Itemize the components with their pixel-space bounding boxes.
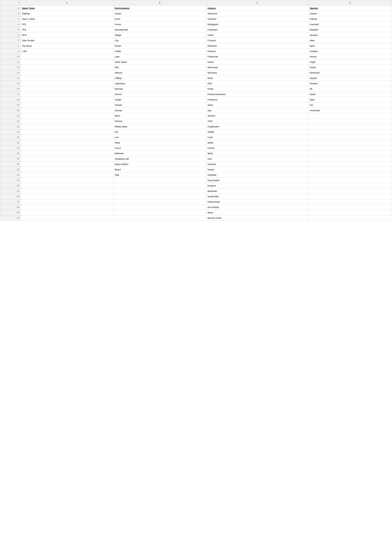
cell-a31[interactable] (21, 167, 113, 172)
cell-a40[interactable] (21, 215, 113, 221)
row-number[interactable]: 35 (0, 189, 21, 194)
cell-d34[interactable] (308, 183, 392, 189)
cell-b1[interactable]: Environments (113, 6, 206, 11)
row-number[interactable]: 19 (0, 102, 21, 108)
cell-b38[interactable] (113, 204, 206, 210)
cell-b32[interactable]: Ship (113, 172, 206, 178)
cell-c9[interactable]: Fireman (206, 49, 308, 54)
cell-c18[interactable]: Priest/nun (206, 97, 308, 102)
cell-d16[interactable]: Elf (308, 86, 392, 92)
cell-a27[interactable] (21, 145, 113, 151)
col-header-a[interactable]: A (21, 0, 113, 6)
cell-a10[interactable] (21, 54, 113, 59)
cell-d15[interactable]: Android (308, 81, 392, 86)
cell-a14[interactable] (21, 75, 113, 81)
cell-a4[interactable]: FPS (21, 22, 113, 27)
cell-b37[interactable] (113, 199, 206, 204)
cell-d9[interactable]: Undead (308, 49, 392, 54)
cell-c32[interactable]: Herbalist (206, 172, 308, 178)
cell-a23[interactable] (21, 124, 113, 129)
row-number[interactable]: 6 (0, 32, 21, 38)
cell-b20[interactable]: Swamp (113, 108, 206, 113)
row-number[interactable]: 7 (0, 38, 21, 43)
cell-c27[interactable]: Farmer (206, 145, 308, 151)
cell-a36[interactable] (21, 194, 113, 199)
row-number[interactable]: 4 (0, 22, 21, 27)
cell-a13[interactable] (21, 70, 113, 75)
cell-c7[interactable]: Criminal (206, 38, 308, 43)
cell-b17[interactable]: Church (113, 92, 206, 97)
cell-c23[interactable]: King/Queen (206, 124, 308, 129)
row-number[interactable]: 38 (0, 204, 21, 210)
cell-a34[interactable] (21, 183, 113, 189)
row-number[interactable]: 30 (0, 161, 21, 167)
cell-b25[interactable]: Lair (113, 135, 206, 140)
cell-d40[interactable] (308, 215, 392, 221)
cell-c1[interactable]: Careers (206, 6, 308, 11)
cell-a28[interactable] (21, 151, 113, 156)
cell-a17[interactable] (21, 92, 113, 97)
cell-c29[interactable]: God (206, 156, 308, 161)
cell-a2[interactable]: Fighting (21, 11, 113, 16)
cell-b27[interactable]: Circus (113, 145, 206, 151)
cell-d20[interactable]: Humanoid (308, 108, 392, 113)
col-header-d[interactable]: D (308, 0, 392, 6)
cell-b22[interactable]: Volcano (113, 118, 206, 124)
cell-c31[interactable]: Hunter (206, 167, 308, 172)
col-header-b[interactable]: B (113, 0, 206, 6)
cell-d25[interactable] (308, 135, 392, 140)
cell-c28[interactable]: Witch (206, 151, 308, 156)
cell-d22[interactable] (308, 118, 392, 124)
cell-c15[interactable]: Pilot (206, 81, 308, 86)
cell-c14[interactable]: Monk (206, 75, 308, 81)
cell-a24[interactable] (21, 129, 113, 135)
row-number[interactable]: 32 (0, 172, 21, 178)
cell-d37[interactable] (308, 199, 392, 204)
row-number[interactable]: 8 (0, 43, 21, 49)
cell-c33[interactable]: Drug Dealer (206, 178, 308, 183)
cell-b4[interactable]: Forest (113, 22, 206, 27)
cell-c13[interactable]: Merchant (206, 70, 308, 75)
cell-b21[interactable]: Moon (113, 113, 206, 118)
row-number[interactable]: 27 (0, 145, 21, 151)
row-number[interactable]: 15 (0, 81, 21, 86)
row-number[interactable]: 33 (0, 178, 21, 183)
row-number[interactable]: 3 (0, 16, 21, 22)
row-number[interactable]: 11 (0, 59, 21, 65)
row-number[interactable]: 28 (0, 151, 21, 156)
cell-c16[interactable]: Pirate (206, 86, 308, 92)
cell-a33[interactable] (21, 178, 113, 183)
cell-b6[interactable]: Village (113, 32, 206, 38)
row-number[interactable]: 25 (0, 135, 21, 140)
cell-d26[interactable] (308, 140, 392, 145)
row-number[interactable]: 5 (0, 27, 21, 32)
cell-b40[interactable] (113, 215, 206, 221)
cell-c8[interactable]: Detective (206, 43, 308, 49)
cell-d35[interactable] (308, 189, 392, 194)
cell-d5[interactable]: Reptilian (308, 27, 392, 32)
row-number[interactable]: 39 (0, 210, 21, 215)
row-number[interactable]: 17 (0, 92, 21, 97)
cell-a35[interactable] (21, 189, 113, 194)
cell-d29[interactable] (308, 156, 392, 161)
cell-b30[interactable]: Space Station (113, 161, 206, 167)
row-number[interactable]: 2 (0, 11, 21, 16)
row-number[interactable]: 21 (0, 113, 21, 118)
cell-d39[interactable] (308, 210, 392, 215)
cell-b9[interactable]: Castle (113, 49, 206, 54)
cell-b5[interactable]: Mountainside (113, 27, 206, 32)
cell-d33[interactable] (308, 178, 392, 183)
cell-c11[interactable]: Guard (206, 59, 308, 65)
cell-b13[interactable]: Heaven (113, 70, 206, 75)
cell-a6[interactable]: RPG (21, 32, 113, 38)
row-number[interactable]: 36 (0, 194, 21, 199)
cell-b11[interactable]: Outer Space (113, 59, 206, 65)
row-number[interactable]: 37 (0, 199, 21, 204)
cell-b39[interactable] (113, 210, 206, 215)
cell-b7[interactable]: City (113, 38, 206, 43)
cell-a21[interactable] (21, 113, 113, 118)
cell-d8[interactable]: Spirit (308, 43, 392, 49)
row-number[interactable]: 29 (0, 156, 21, 161)
cell-d13[interactable]: Elemental (308, 70, 392, 75)
row-number[interactable]: 34 (0, 183, 21, 189)
